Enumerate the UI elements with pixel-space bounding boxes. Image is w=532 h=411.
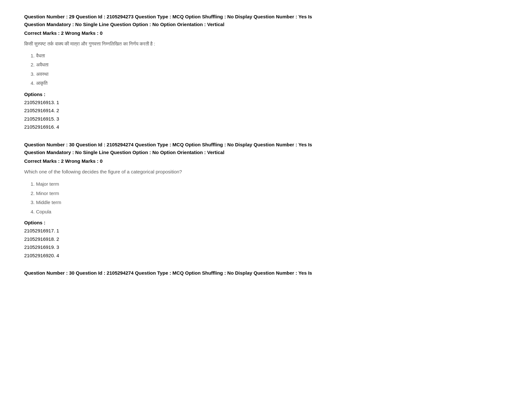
- question-meta-30a: Question Number : 30 Question Id : 21052…: [24, 141, 508, 156]
- choice-29-2: 2. अवैधता: [31, 61, 508, 69]
- option-val-29-3: 21052916915. 3: [24, 115, 508, 123]
- choices-list-29: 1. वैधता 2. अवैधता 3. अवस्था 4. आकृति: [31, 52, 508, 87]
- options-label-30a: Options :: [24, 220, 508, 225]
- choice-30a-3: 3. Middle term: [31, 199, 508, 206]
- question-meta-line1-29: Question Number : 29 Question Id : 21052…: [24, 13, 508, 21]
- correct-marks-30a: Correct Marks : 2 Wrong Marks : 0: [24, 158, 508, 164]
- choice-29-1: 1. वैधता: [31, 52, 508, 60]
- question-meta-line2-30a: Question Mandatory : No Single Line Ques…: [24, 149, 508, 156]
- option-val-30a-1: 21052916917. 1: [24, 227, 508, 235]
- choice-29-4: 4. आकृति: [31, 80, 508, 87]
- choice-30a-1: 1. Major term: [31, 181, 508, 188]
- question-meta-line2-29: Question Mandatory : No Single Line Ques…: [24, 21, 508, 28]
- question-meta-line1-30b: Question Number : 30 Question Id : 21052…: [24, 269, 508, 277]
- correct-marks-29: Correct Marks : 2 Wrong Marks : 0: [24, 30, 508, 36]
- question-block-30a: Question Number : 30 Question Id : 21052…: [24, 141, 508, 260]
- question-meta-30b: Question Number : 30 Question Id : 21052…: [24, 269, 508, 277]
- choice-30a-4: 4. Copula: [31, 208, 508, 216]
- options-values-29: 21052916913. 1 21052916914. 2 2105291691…: [24, 98, 508, 131]
- option-val-30a-4: 21052916920. 4: [24, 251, 508, 260]
- option-val-29-4: 21052916916. 4: [24, 123, 508, 131]
- choices-list-30a: 1. Major term 2. Minor term 3. Middle te…: [31, 181, 508, 215]
- option-val-29-2: 21052916914. 2: [24, 106, 508, 115]
- question-block-29: Question Number : 29 Question Id : 21052…: [24, 13, 508, 131]
- question-block-30b: Question Number : 30 Question Id : 21052…: [24, 269, 508, 277]
- question-text-30a: Which one of the following decides the f…: [24, 168, 508, 176]
- options-label-29: Options :: [24, 92, 508, 97]
- question-meta-line1-30a: Question Number : 30 Question Id : 21052…: [24, 141, 508, 149]
- option-val-30a-3: 21052916919. 3: [24, 243, 508, 251]
- option-val-30a-2: 21052916918. 2: [24, 235, 508, 243]
- choice-29-3: 3. अवस्था: [31, 71, 508, 78]
- option-val-29-1: 21052916913. 1: [24, 98, 508, 107]
- question-text-29: किसी सुस्पष्ट तर्क वाक्य की मात्रा और गु…: [24, 40, 508, 48]
- choice-30a-2: 2. Minor term: [31, 190, 508, 197]
- question-meta-29: Question Number : 29 Question Id : 21052…: [24, 13, 508, 28]
- options-values-30a: 21052916917. 1 21052916918. 2 2105291691…: [24, 227, 508, 259]
